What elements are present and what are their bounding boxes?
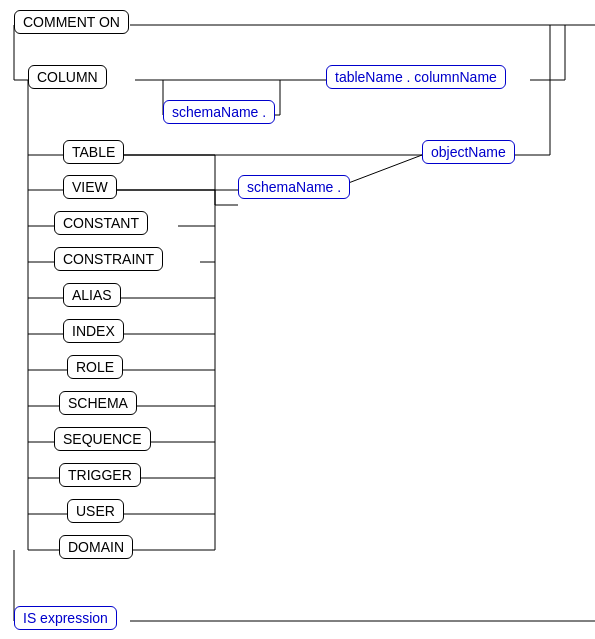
object-name-box: objectName bbox=[422, 140, 515, 164]
comment-on-box: COMMENT ON bbox=[14, 10, 129, 34]
alias-box: ALIAS bbox=[63, 283, 121, 307]
user-box: USER bbox=[67, 499, 124, 523]
constraint-box: CONSTRAINT bbox=[54, 247, 163, 271]
schema-box: SCHEMA bbox=[59, 391, 137, 415]
sequence-box: SEQUENCE bbox=[54, 427, 151, 451]
view-box: VIEW bbox=[63, 175, 117, 199]
column-box: COLUMN bbox=[28, 65, 107, 89]
table-col-name-box: tableName . columnName bbox=[326, 65, 506, 89]
role-box: ROLE bbox=[67, 355, 123, 379]
trigger-box: TRIGGER bbox=[59, 463, 141, 487]
is-expression-box: IS expression bbox=[14, 606, 117, 630]
schema-name2-box: schemaName . bbox=[238, 175, 350, 199]
diagram: COMMENT ON COLUMN tableName . columnName… bbox=[0, 0, 595, 639]
index-box: INDEX bbox=[63, 319, 124, 343]
schema-name1-box: schemaName . bbox=[163, 100, 275, 124]
table-box: TABLE bbox=[63, 140, 124, 164]
domain-box: DOMAIN bbox=[59, 535, 133, 559]
constant-box: CONSTANT bbox=[54, 211, 148, 235]
